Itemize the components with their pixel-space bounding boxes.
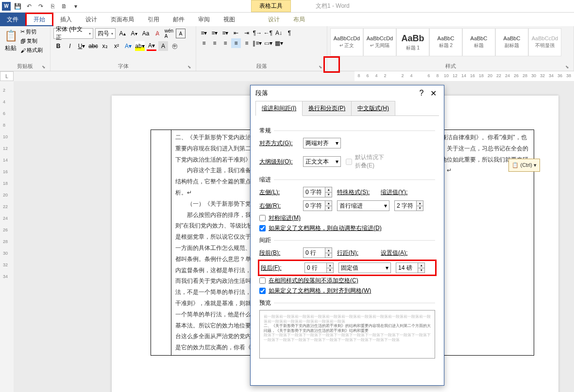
align-center-icon[interactable]: ≡	[210, 38, 219, 48]
font-size-combo[interactable]: 四号▾	[95, 28, 116, 39]
change-case-icon[interactable]: Aa	[141, 29, 151, 38]
sort-icon[interactable]: A↓	[274, 28, 284, 38]
paste-icon[interactable]: 📋	[3, 28, 18, 44]
underline-icon[interactable]: U▾	[77, 41, 86, 51]
tab-mailings[interactable]: 邮件	[166, 13, 191, 26]
clear-format-icon[interactable]: A̷	[152, 29, 162, 38]
format-painter-button[interactable]: 🖌格式刷	[20, 47, 43, 54]
shading-icon[interactable]: ▭▾	[263, 38, 273, 48]
ruler-area: L 86422468101214161820222426283032343638…	[0, 71, 574, 81]
tab-cjk[interactable]: 中文版式(H)	[351, 101, 395, 115]
multilevel-icon[interactable]: ≡▾	[220, 28, 230, 38]
special-select[interactable]: 首行缩进▾	[337, 200, 389, 211]
style-item[interactable]: AaBbCcDd↵ 正文	[330, 28, 363, 56]
save-icon[interactable]: 💾	[13, 1, 22, 11]
dialog-titlebar[interactable]: 段落 ? ✕	[251, 85, 444, 101]
styles-gallery[interactable]: AaBbCcDd↵ 正文AaBbCcDd↵ 无间隔AaBb标题 1AaBbC标题…	[330, 28, 561, 62]
dropdown-icon[interactable]: ▾	[71, 1, 81, 11]
indent-right-input[interactable]: 0 字符▴▾	[303, 200, 332, 211]
at-input[interactable]: 14 磅▴▾	[396, 262, 425, 273]
preview-box: 前一段落前一段落前一段落前一段落前一段落前一段落前一段落前一段落前一段落前一段落…	[259, 310, 435, 359]
paste-options-button[interactable]: 📋(Ctrl) ▾	[508, 159, 540, 172]
tab-page-layout[interactable]: 页面布局	[104, 13, 141, 26]
styles-launcher-icon[interactable]: ⬊	[564, 64, 571, 70]
justify-icon[interactable]: ≡	[231, 38, 241, 48]
tab-home[interactable]: 开始	[25, 13, 53, 26]
font-color-icon[interactable]: A▾	[147, 41, 156, 51]
auto-indent-checkbox[interactable]	[259, 225, 266, 231]
superscript-icon[interactable]: x²	[112, 41, 121, 51]
borders-icon[interactable]: ▦▾	[274, 38, 284, 48]
phonetic-icon[interactable]: wénA	[164, 29, 174, 38]
show-marks-icon[interactable]: ¶	[285, 28, 294, 38]
tab-table-layout[interactable]: 布局	[287, 13, 312, 26]
horizontal-ruler[interactable]: 8642246810121416182022242628303234363840…	[355, 71, 574, 81]
new-icon[interactable]: 🗎	[59, 1, 69, 11]
help-icon[interactable]: ?	[416, 89, 427, 98]
text-effects-icon[interactable]: A▾	[123, 41, 133, 51]
char-border-icon[interactable]: A	[176, 29, 186, 38]
highlight-icon[interactable]: ab▾	[135, 41, 145, 51]
italic-icon[interactable]: I	[65, 41, 75, 51]
distribute-icon[interactable]: ≡	[242, 38, 252, 48]
undo-icon[interactable]: ↶	[24, 1, 34, 11]
tab-indent-spacing[interactable]: 缩进和间距(I)	[255, 101, 303, 116]
font-name-combo[interactable]: 宋体 (中文正▾	[53, 28, 93, 39]
font-launcher-icon[interactable]: ⬊	[186, 64, 193, 70]
tab-selector[interactable]: L	[0, 71, 14, 81]
subscript-icon[interactable]: x₂	[100, 41, 110, 51]
inc-indent-icon[interactable]: ⇥	[242, 28, 252, 38]
cut-button[interactable]: ✂剪切	[20, 28, 43, 35]
copy-button[interactable]: 🗐复制	[20, 37, 43, 45]
indent-left-input[interactable]: 0 字符▴▾	[303, 187, 332, 197]
section-preview: 预览	[259, 299, 435, 307]
space-before-input[interactable]: 0 行▴▾	[303, 247, 332, 258]
bold-icon[interactable]: B	[53, 41, 63, 51]
no-space-checkbox[interactable]	[259, 278, 266, 284]
tab-review[interactable]: 审阅	[191, 13, 217, 26]
grow-font-icon[interactable]: A▴	[118, 29, 127, 38]
at-label: 设置值(A):	[381, 249, 410, 257]
style-item[interactable]: AaBbCcDd↵ 无间隔	[363, 28, 396, 56]
tab-file[interactable]: 文件	[0, 13, 25, 26]
close-icon[interactable]: ✕	[427, 89, 439, 98]
tab-table-design[interactable]: 设计	[261, 13, 287, 26]
line-spacing-icon[interactable]: ‖≡▾	[253, 38, 262, 48]
snap-grid-checkbox[interactable]	[259, 288, 266, 294]
tab-insert[interactable]: 插入	[53, 13, 79, 26]
char-shading-icon[interactable]: A	[158, 41, 168, 51]
space-after-input[interactable]: 0 行▴▾	[304, 262, 334, 273]
indent-by-input[interactable]: 2 字符▴▾	[394, 200, 423, 211]
clipboard-launcher-icon[interactable]: ⬊	[40, 64, 47, 70]
mirror-indent-checkbox[interactable]	[259, 215, 266, 221]
outline-select[interactable]: 正文文本▾	[303, 156, 341, 167]
vertical-ruler[interactable]: 246810121416182022242628303234	[0, 81, 14, 392]
tab-references[interactable]: 引用	[141, 13, 166, 26]
redo-icon[interactable]: ↷	[36, 1, 46, 11]
style-item[interactable]: AaBbCcDd不明显强	[528, 28, 561, 56]
bullets-icon[interactable]: ≡▾	[199, 28, 209, 38]
paragraph-launcher-icon[interactable]: ⬊	[317, 64, 324, 70]
style-item[interactable]: AaBbC副标题	[495, 28, 528, 56]
enclose-icon[interactable]: ㊥	[170, 41, 180, 51]
numbering-icon[interactable]: ≡▾	[210, 28, 219, 38]
strike-icon[interactable]: abc	[88, 41, 98, 51]
shrink-font-icon[interactable]: A▾	[129, 29, 139, 38]
paste-button[interactable]: 粘贴	[5, 44, 17, 52]
align-left-icon[interactable]: ≡	[199, 38, 209, 48]
styles-label: 样式	[445, 63, 456, 69]
ltr-icon[interactable]: ¶→	[253, 28, 262, 38]
qat-icon[interactable]: ⎘	[48, 1, 57, 11]
style-item[interactable]: AaBbC标题 2	[429, 28, 462, 56]
alignment-select[interactable]: 两端对齐▾	[303, 138, 341, 148]
paste-icon: 📋	[512, 160, 519, 170]
tab-design[interactable]: 设计	[79, 13, 104, 26]
line-spacing-select[interactable]: 固定值▾	[338, 262, 391, 273]
tab-line-break[interactable]: 换行和分页(P)	[302, 101, 352, 115]
style-item[interactable]: AaBb标题 1	[396, 28, 429, 56]
style-item[interactable]: AaBbC标题	[462, 28, 495, 56]
align-right-icon[interactable]: ≡	[220, 38, 230, 48]
tab-view[interactable]: 视图	[217, 13, 242, 26]
rtl-icon[interactable]: ←¶	[263, 28, 273, 38]
dec-indent-icon[interactable]: ⇤	[231, 28, 241, 38]
